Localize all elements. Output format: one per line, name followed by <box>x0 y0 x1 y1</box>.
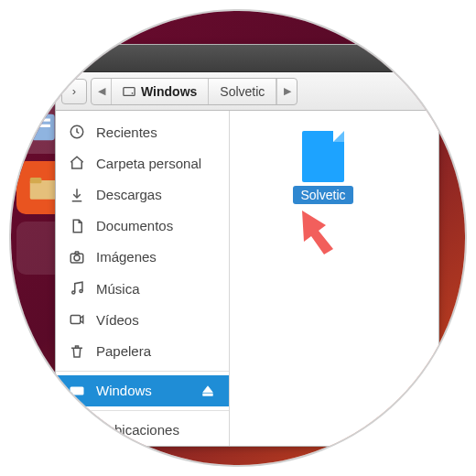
sidebar-item-label: Carpeta personal <box>96 156 201 171</box>
svg-point-9 <box>74 255 80 261</box>
disk-icon <box>123 85 135 98</box>
nav-forward-button[interactable]: › <box>61 79 87 104</box>
music-icon <box>69 280 85 297</box>
svg-point-14 <box>80 392 81 394</box>
trash-icon <box>69 343 85 360</box>
home-icon <box>69 155 85 171</box>
svg-rect-5 <box>124 87 135 95</box>
sidebar-item-label: Vídeos <box>96 312 139 328</box>
sidebar-item-label: Imágenes <box>96 249 157 265</box>
video-icon <box>69 311 85 328</box>
sidebar-separator <box>56 410 229 411</box>
sidebar-item-trash[interactable]: Papelera <box>56 336 229 367</box>
svg-rect-15 <box>203 394 213 395</box>
sidebar-item-windows-drive[interactable]: Windows <box>56 375 229 406</box>
folder-content-pane[interactable]: Solvetic <box>230 111 438 446</box>
svg-point-11 <box>80 290 82 293</box>
file-item-solvetic[interactable]: Solvetic <box>285 131 362 204</box>
sidebar-item-home[interactable]: Carpeta personal <box>56 147 229 178</box>
file-manager-window: › ◀ Windows Solvetic ▶ Recientes <box>55 44 439 447</box>
sidebar-item-label: Descargas <box>96 187 162 202</box>
file-name-label: Solvetic <box>293 186 352 204</box>
eject-icon[interactable] <box>200 383 216 399</box>
breadcrumb-windows[interactable]: Windows <box>112 79 209 104</box>
breadcrumb-back-icon[interactable]: ◀ <box>92 79 112 104</box>
svg-rect-12 <box>70 316 81 324</box>
window-titlebar[interactable] <box>56 45 438 72</box>
sidebar-item-videos[interactable]: Vídeos <box>56 304 229 335</box>
breadcrumb-label: Solvetic <box>220 84 265 99</box>
svg-rect-4 <box>30 178 42 183</box>
breadcrumb: ◀ Windows Solvetic ▶ <box>91 78 298 105</box>
sidebar-separator <box>56 371 229 372</box>
breadcrumb-solvetic[interactable]: Solvetic <box>209 79 276 104</box>
download-icon <box>69 187 85 203</box>
toolbar: › ◀ Windows Solvetic ▶ <box>56 72 438 111</box>
sidebar-item-label: Recientes <box>96 124 157 140</box>
sidebar-item-label: Documentos <box>96 218 173 233</box>
camera-icon <box>69 249 85 265</box>
plus-icon <box>69 422 85 438</box>
sidebar: Recientes Carpeta personal Descargas Doc… <box>56 111 230 446</box>
sidebar-item-recent[interactable]: Recientes <box>56 116 229 147</box>
svg-rect-2 <box>36 124 50 127</box>
sidebar-item-label: s ubicaciones <box>96 422 179 438</box>
document-icon <box>69 218 85 234</box>
disk-icon <box>69 383 85 399</box>
sidebar-item-label: Música <box>96 281 140 297</box>
sidebar-item-label: Windows <box>96 383 152 398</box>
sidebar-item-music[interactable]: Música <box>56 273 229 304</box>
sidebar-item-pictures[interactable]: Imágenes <box>56 242 229 273</box>
sidebar-item-downloads[interactable]: Descargas <box>56 178 229 210</box>
file-icon <box>302 131 344 182</box>
clock-icon <box>69 124 85 140</box>
svg-point-6 <box>132 92 134 93</box>
sidebar-item-documents[interactable]: Documentos <box>56 211 229 242</box>
sidebar-item-label: Papelera <box>96 343 151 359</box>
breadcrumb-forward-icon[interactable]: ▶ <box>276 79 297 104</box>
sidebar-item-other-locations[interactable]: s ubicaciones <box>56 415 229 446</box>
breadcrumb-label: Windows <box>141 84 197 99</box>
svg-point-10 <box>72 291 75 294</box>
svg-rect-1 <box>36 119 50 122</box>
